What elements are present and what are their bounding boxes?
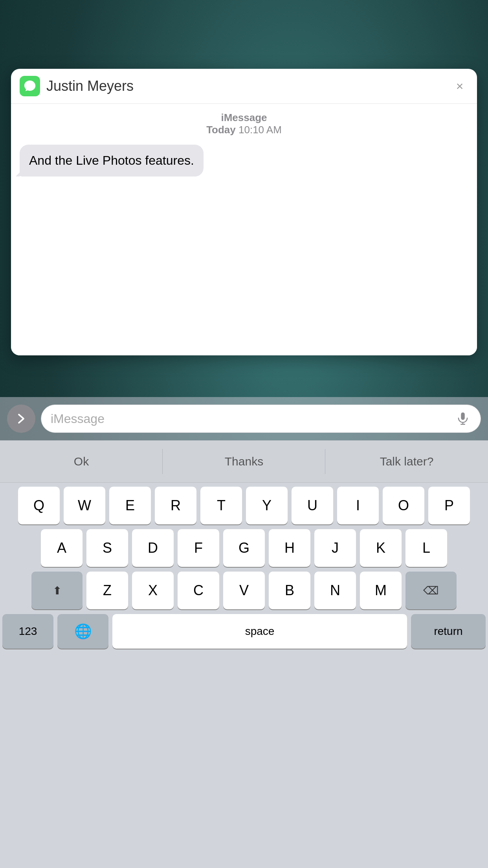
key-a[interactable]: A xyxy=(41,529,83,567)
key-t[interactable]: T xyxy=(200,487,242,524)
notification-header: Justin Meyers × xyxy=(11,69,477,104)
key-l[interactable]: L xyxy=(405,529,447,567)
key-s[interactable]: S xyxy=(86,529,128,567)
key-m[interactable]: M xyxy=(360,572,402,609)
time-label: Today 10:10 AM xyxy=(206,124,282,136)
messages-icon xyxy=(23,79,37,93)
numbers-key[interactable]: 123 xyxy=(2,614,53,649)
imessage-label: iMessage xyxy=(20,112,468,124)
timestamp-area: iMessage Today 10:10 AM xyxy=(20,112,468,136)
key-g[interactable]: G xyxy=(223,529,265,567)
key-h[interactable]: H xyxy=(269,529,310,567)
key-q[interactable]: Q xyxy=(18,487,60,524)
key-c[interactable]: C xyxy=(178,572,219,609)
key-r[interactable]: R xyxy=(155,487,196,524)
today-label: Today xyxy=(206,124,236,136)
return-label: return xyxy=(434,625,462,638)
return-key[interactable]: return xyxy=(411,614,486,649)
quicktype-ok[interactable]: Ok xyxy=(0,441,163,482)
key-n[interactable]: N xyxy=(314,572,356,609)
quicktype-talk-later[interactable]: Talk later? xyxy=(325,441,488,482)
microphone-icon xyxy=(455,411,470,426)
received-message-text: And the Live Photos features. xyxy=(29,153,194,167)
svg-rect-0 xyxy=(461,412,465,420)
messages-app-icon xyxy=(20,76,40,96)
key-p[interactable]: P xyxy=(428,487,470,524)
numbers-label: 123 xyxy=(19,625,37,638)
shift-icon: ⬆ xyxy=(53,584,62,597)
space-key[interactable]: space xyxy=(112,614,407,649)
bottom-row: 123 🌐 space return xyxy=(0,614,488,649)
key-o[interactable]: O xyxy=(383,487,424,524)
microphone-button[interactable] xyxy=(453,409,473,428)
input-bar: iMessage xyxy=(0,397,488,440)
key-z[interactable]: Z xyxy=(86,572,128,609)
key-y[interactable]: Y xyxy=(246,487,288,524)
key-row-1: Q W E R T Y U I O P xyxy=(2,487,486,524)
shift-key[interactable]: ⬆ xyxy=(31,572,83,609)
key-w[interactable]: W xyxy=(64,487,105,524)
space-label: space xyxy=(245,625,275,638)
key-j[interactable]: J xyxy=(314,529,356,567)
quicktype-thanks[interactable]: Thanks xyxy=(163,441,325,482)
key-row-3: ⬆ Z X C V B N M ⌫ xyxy=(2,572,486,609)
input-placeholder: iMessage xyxy=(51,412,105,426)
contact-name: Justin Meyers xyxy=(46,78,451,94)
key-row-2: A S D F G H J K L xyxy=(2,529,486,567)
message-input-wrap[interactable]: iMessage xyxy=(41,405,481,433)
key-b[interactable]: B xyxy=(269,572,310,609)
notification-card: Justin Meyers × iMessage Today 10:10 AM … xyxy=(11,69,477,355)
message-area: iMessage Today 10:10 AM And the Live Pho… xyxy=(11,104,477,355)
delete-icon: ⌫ xyxy=(423,584,439,597)
key-x[interactable]: X xyxy=(132,572,174,609)
keys-area: Q W E R T Y U I O P A S D F G H J K L ⬆ xyxy=(0,483,488,609)
key-u[interactable]: U xyxy=(292,487,333,524)
key-k[interactable]: K xyxy=(360,529,402,567)
keyboard: Ok Thanks Talk later? Q W E R T Y U I O … xyxy=(0,440,488,868)
key-v[interactable]: V xyxy=(223,572,265,609)
expand-button[interactable] xyxy=(7,405,35,433)
key-f[interactable]: F xyxy=(178,529,219,567)
time-value: 10:10 AM xyxy=(238,124,282,136)
key-e[interactable]: E xyxy=(109,487,151,524)
chevron-right-icon xyxy=(14,412,28,426)
delete-key[interactable]: ⌫ xyxy=(405,572,457,609)
globe-key[interactable]: 🌐 xyxy=(57,614,108,649)
key-d[interactable]: D xyxy=(132,529,174,567)
close-button[interactable]: × xyxy=(451,77,468,95)
received-message-bubble: And the Live Photos features. xyxy=(20,145,204,177)
quicktype-bar: Ok Thanks Talk later? xyxy=(0,440,488,483)
globe-icon: 🌐 xyxy=(74,623,92,640)
key-i[interactable]: I xyxy=(337,487,379,524)
